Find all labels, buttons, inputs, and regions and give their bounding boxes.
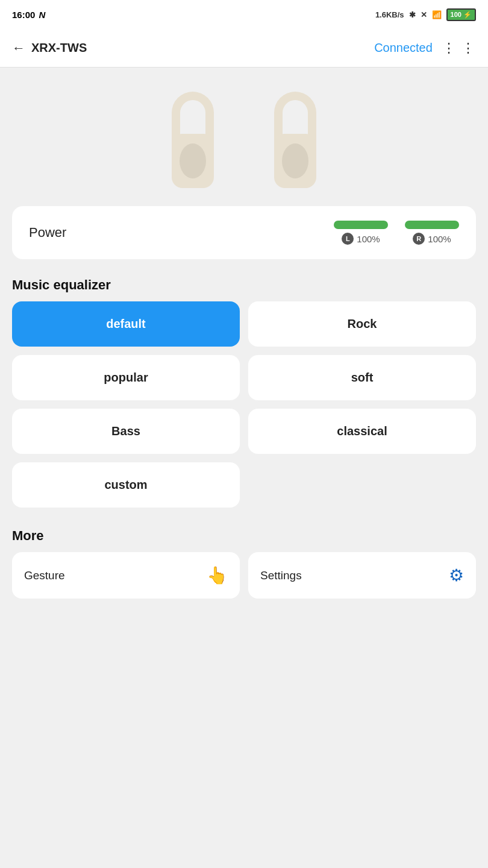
eq-bass-button[interactable]: Bass	[12, 409, 240, 454]
status-right: 1.6KB/s ✱ ✕ 📶 100 ⚡	[375, 8, 476, 21]
settings-label: Settings	[260, 569, 302, 582]
back-button[interactable]: ←	[12, 40, 25, 56]
signal-icon: ✕	[421, 10, 427, 19]
settings-icon: ⚙	[449, 565, 464, 585]
device-name: XRX-TWS	[31, 41, 87, 55]
left-earbud	[160, 92, 226, 188]
right-battery-side: R	[413, 233, 425, 245]
right-battery-bar	[405, 221, 459, 229]
right-battery: R 100%	[405, 221, 459, 245]
eq-rock-button[interactable]: Rock	[248, 301, 476, 347]
left-earbud-body	[172, 134, 214, 188]
time-display: 16:00	[12, 10, 35, 20]
left-battery-bar	[334, 221, 388, 229]
header: ← XRX-TWS Connected ⋮ ⋮	[0, 29, 488, 68]
eq-classical-button[interactable]: classical	[248, 409, 476, 454]
gesture-button[interactable]: Gesture 👆	[12, 552, 240, 599]
eq-soft-button[interactable]: soft	[248, 355, 476, 400]
right-earbud	[262, 92, 328, 188]
header-right: Connected ⋮ ⋮	[374, 40, 476, 56]
eq-section-title: Music equalizer	[0, 271, 488, 301]
right-earbud-body	[274, 134, 316, 188]
right-battery-label: R 100%	[413, 233, 451, 245]
eq-default-button[interactable]: default	[12, 301, 240, 347]
power-label: Power	[29, 225, 66, 241]
power-indicators: L 100% R 100%	[334, 221, 459, 245]
right-battery-percent: 100%	[428, 234, 451, 244]
eq-popular-button[interactable]: popular	[12, 355, 240, 400]
more-section: More Gesture 👆 Settings ⚙	[0, 522, 488, 599]
eq-grid: default Rock popular soft Bass classical…	[0, 301, 488, 508]
status-left: 16:00 N	[12, 10, 45, 20]
right-earbud-oval	[282, 143, 308, 178]
status-bar: 16:00 N 1.6KB/s ✱ ✕ 📶 100 ⚡	[0, 0, 488, 29]
more-grid: Gesture 👆 Settings ⚙	[12, 552, 476, 599]
more-section-title: More	[12, 528, 476, 544]
left-battery: L 100%	[334, 221, 388, 245]
connection-status: Connected	[374, 41, 433, 55]
power-card: Power L 100% R 100%	[12, 206, 476, 259]
more-menu-button[interactable]: ⋮ ⋮	[442, 40, 476, 56]
header-left: ← XRX-TWS	[12, 40, 87, 56]
left-earbud-oval	[180, 143, 206, 178]
network-indicator: N	[39, 10, 45, 20]
left-battery-side: L	[342, 233, 354, 245]
gesture-icon: 👆	[207, 565, 228, 585]
bluetooth-icon: ✱	[409, 10, 416, 19]
settings-button[interactable]: Settings ⚙	[248, 552, 476, 599]
wifi-icon: 📶	[432, 10, 442, 19]
left-battery-label: L 100%	[342, 233, 380, 245]
battery-indicator: 100 ⚡	[446, 8, 476, 21]
left-battery-percent: 100%	[357, 234, 380, 244]
eq-custom-button[interactable]: custom	[12, 462, 240, 508]
gesture-label: Gesture	[24, 569, 65, 582]
network-speed: 1.6KB/s	[375, 10, 404, 19]
earbuds-illustration	[0, 68, 488, 206]
